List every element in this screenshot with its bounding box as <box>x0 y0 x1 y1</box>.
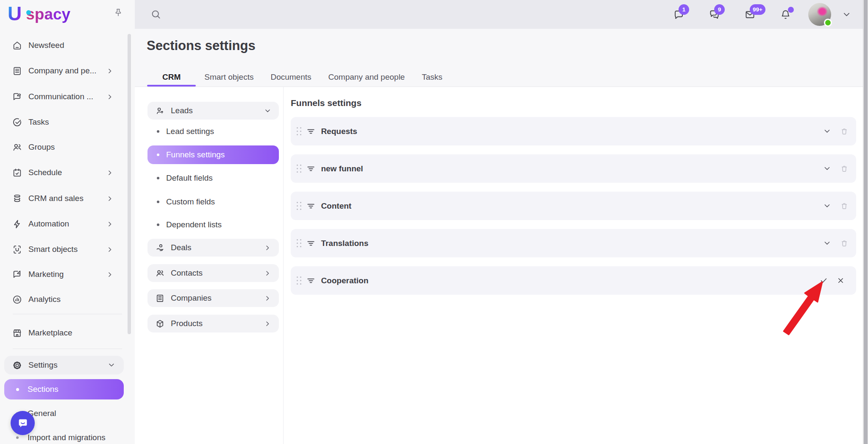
chat-pen-icon <box>12 92 22 102</box>
topbar-actions: 1 9 99+ <box>673 0 851 29</box>
sidebar-item-sections[interactable]: Sections <box>4 379 124 399</box>
contacts-icon <box>155 268 165 278</box>
chat-icon[interactable]: 1 <box>673 9 684 20</box>
funnel-icon <box>306 201 316 211</box>
storefront-icon <box>12 328 22 338</box>
chevron-down-icon <box>264 107 271 114</box>
drag-handle[interactable] <box>297 276 301 285</box>
crm-settings-nav: Leads Lead settings Funnels settings Def… <box>135 87 284 444</box>
nav-item-custom-fields[interactable]: Custom fields <box>147 196 279 208</box>
sidebar-item-smart-objects[interactable]: Smart objects <box>0 240 135 259</box>
uspacy-logo[interactable]: U spacy <box>8 3 70 25</box>
chevron-right-icon <box>264 320 271 327</box>
nav-group-contacts[interactable]: Contacts <box>147 264 279 282</box>
sidebar-divider <box>13 314 122 314</box>
expand-funnel-chevron-icon[interactable] <box>823 127 831 135</box>
bullet-dot <box>157 154 159 156</box>
mail-badge: 99+ <box>750 4 765 15</box>
bullet-dot <box>157 177 159 179</box>
cancel-rename-icon[interactable] <box>837 276 845 285</box>
sidebar-item-automation[interactable]: Automation <box>0 215 135 233</box>
expand-funnel-chevron-icon[interactable] <box>823 165 831 173</box>
drag-handle[interactable] <box>297 165 301 173</box>
funnel-row-translations: Translations <box>291 229 856 257</box>
delete-funnel-icon[interactable] <box>840 165 849 173</box>
page-title: Sections settings <box>147 38 256 53</box>
mail-icon[interactable]: 99+ <box>744 9 756 20</box>
tab-tasks[interactable]: Tasks <box>413 68 451 87</box>
nav-group-leads[interactable]: Leads <box>147 102 279 120</box>
uspacy-app: U spacy Newsfeed Company and pe... Commu… <box>0 0 868 444</box>
nav-group-companies[interactable]: Companies <box>147 289 279 307</box>
page-scrollbar[interactable] <box>863 0 868 444</box>
drag-handle[interactable] <box>297 202 301 210</box>
sidebar-scrollbar[interactable] <box>128 34 131 334</box>
sidebar-item-crm-and-sales[interactable]: CRM and sales <box>0 189 135 208</box>
sidebar: U spacy Newsfeed Company and pe... Commu… <box>0 0 135 444</box>
sidebar-item-settings[interactable]: Settings <box>4 356 124 374</box>
sidebar-item-company-and-people[interactable]: Company and pe... <box>0 61 135 80</box>
delete-funnel-icon[interactable] <box>840 202 849 210</box>
tab-company-and-people[interactable]: Company and people <box>320 68 414 87</box>
funnel-icon <box>306 126 316 136</box>
drag-handle[interactable] <box>297 127 301 135</box>
nav-group-products[interactable]: Products <box>147 315 279 332</box>
confirm-rename-icon[interactable] <box>820 276 828 285</box>
funnel-icon <box>306 238 316 248</box>
funnels-settings-panel: Funnels settings Requests new funnel Con… <box>284 87 863 444</box>
nav-item-default-fields[interactable]: Default fields <box>147 172 279 184</box>
drag-handle[interactable] <box>297 239 301 247</box>
calendar-icon <box>12 168 22 178</box>
chevron-right-icon <box>106 271 114 278</box>
expand-funnel-chevron-icon[interactable] <box>823 239 831 247</box>
sidebar-item-marketplace[interactable]: Marketplace <box>0 324 135 342</box>
intercom-chat-icon <box>17 417 29 430</box>
expand-funnel-chevron-icon[interactable] <box>823 202 831 210</box>
bullet-dot <box>157 201 159 203</box>
products-icon <box>155 319 165 329</box>
chevron-right-icon <box>106 195 114 202</box>
funnel-name-edit-value[interactable]: Cooperation <box>321 276 368 285</box>
megaphone-chat-icon <box>12 269 22 280</box>
pin-sidebar-icon[interactable] <box>113 8 124 19</box>
nav-item-funnels-settings[interactable]: Funnels settings <box>147 145 279 164</box>
bullet-dot <box>157 223 159 226</box>
intercom-launcher[interactable] <box>11 411 35 435</box>
avatar[interactable] <box>808 3 831 26</box>
lightning-icon <box>12 219 22 229</box>
sidebar-item-communication[interactable]: Communication ... <box>0 87 135 106</box>
logo-dot <box>26 10 31 15</box>
tab-documents[interactable]: Documents <box>262 68 320 87</box>
delete-funnel-icon[interactable] <box>840 127 849 136</box>
delete-funnel-icon[interactable] <box>840 239 849 248</box>
sidebar-item-schedule[interactable]: Schedule <box>0 163 135 182</box>
page-scrollbar-thumb[interactable] <box>864 0 868 444</box>
funnel-icon <box>306 276 316 285</box>
tabs: CRM Smart objects Documents Company and … <box>147 68 451 87</box>
nav-item-dependent-lists[interactable]: Dependent lists <box>147 219 279 231</box>
bell-icon[interactable] <box>780 9 791 20</box>
nav-item-lead-settings[interactable]: Lead settings <box>147 126 279 137</box>
funnel-row-content: Content <box>291 192 856 220</box>
sidebar-item-groups[interactable]: Groups <box>0 138 135 156</box>
search-icon[interactable] <box>150 9 161 20</box>
funnels-heading: Funnels settings <box>291 98 856 108</box>
leads-icon <box>155 106 165 116</box>
chevron-right-icon <box>106 67 114 75</box>
team-chat-icon[interactable]: 9 <box>709 9 720 20</box>
home-icon <box>12 40 22 51</box>
companies-icon <box>155 293 165 303</box>
sidebar-item-tasks[interactable]: Tasks <box>0 113 135 131</box>
sidebar-item-newsfeed[interactable]: Newsfeed <box>0 36 135 55</box>
sidebar-item-marketing[interactable]: Marketing <box>0 265 135 284</box>
chat-badge: 1 <box>679 4 689 15</box>
nav-group-deals[interactable]: Deals <box>147 239 279 257</box>
sidebar-item-analytics[interactable]: Analytics <box>0 290 135 309</box>
sidebar-divider <box>13 349 122 349</box>
user-menu-chevron-icon[interactable] <box>842 10 851 19</box>
tab-smart-objects[interactable]: Smart objects <box>196 68 262 87</box>
gear-icon <box>12 360 22 371</box>
funnel-icon <box>306 164 316 173</box>
chevron-right-icon <box>106 221 114 228</box>
tab-crm[interactable]: CRM <box>147 68 196 87</box>
